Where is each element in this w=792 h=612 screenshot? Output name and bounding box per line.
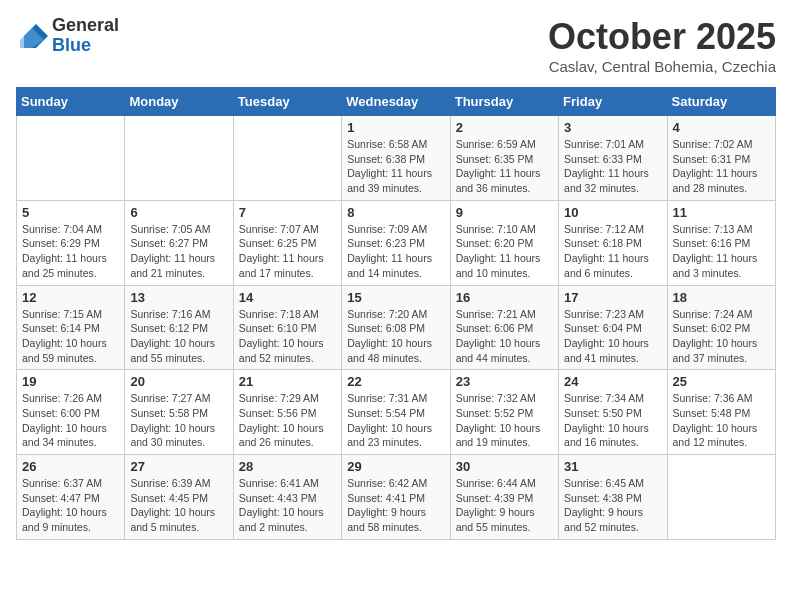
day-number: 16 (456, 290, 553, 305)
day-info: Sunrise: 7:36 AM Sunset: 5:48 PM Dayligh… (673, 391, 770, 450)
calendar-cell: 26Sunrise: 6:37 AM Sunset: 4:47 PM Dayli… (17, 455, 125, 540)
calendar-cell: 7Sunrise: 7:07 AM Sunset: 6:25 PM Daylig… (233, 200, 341, 285)
day-number: 27 (130, 459, 227, 474)
day-info: Sunrise: 7:26 AM Sunset: 6:00 PM Dayligh… (22, 391, 119, 450)
day-info: Sunrise: 7:04 AM Sunset: 6:29 PM Dayligh… (22, 222, 119, 281)
day-info: Sunrise: 6:39 AM Sunset: 4:45 PM Dayligh… (130, 476, 227, 535)
day-info: Sunrise: 7:09 AM Sunset: 6:23 PM Dayligh… (347, 222, 444, 281)
day-of-week-header: Monday (125, 88, 233, 116)
day-info: Sunrise: 7:18 AM Sunset: 6:10 PM Dayligh… (239, 307, 336, 366)
day-info: Sunrise: 7:23 AM Sunset: 6:04 PM Dayligh… (564, 307, 661, 366)
calendar-cell: 5Sunrise: 7:04 AM Sunset: 6:29 PM Daylig… (17, 200, 125, 285)
calendar-cell: 31Sunrise: 6:45 AM Sunset: 4:38 PM Dayli… (559, 455, 667, 540)
logo-blue-text: Blue (52, 36, 119, 56)
calendar-cell: 6Sunrise: 7:05 AM Sunset: 6:27 PM Daylig… (125, 200, 233, 285)
calendar-cell: 15Sunrise: 7:20 AM Sunset: 6:08 PM Dayli… (342, 285, 450, 370)
day-info: Sunrise: 7:05 AM Sunset: 6:27 PM Dayligh… (130, 222, 227, 281)
day-info: Sunrise: 6:58 AM Sunset: 6:38 PM Dayligh… (347, 137, 444, 196)
day-number: 4 (673, 120, 770, 135)
logo-icon (16, 20, 48, 52)
day-number: 11 (673, 205, 770, 220)
calendar-cell: 19Sunrise: 7:26 AM Sunset: 6:00 PM Dayli… (17, 370, 125, 455)
day-number: 28 (239, 459, 336, 474)
day-number: 12 (22, 290, 119, 305)
day-number: 18 (673, 290, 770, 305)
day-number: 2 (456, 120, 553, 135)
calendar-cell: 17Sunrise: 7:23 AM Sunset: 6:04 PM Dayli… (559, 285, 667, 370)
title-area: October 2025 Caslav, Central Bohemia, Cz… (548, 16, 776, 75)
week-row: 19Sunrise: 7:26 AM Sunset: 6:00 PM Dayli… (17, 370, 776, 455)
day-of-week-header: Thursday (450, 88, 558, 116)
day-info: Sunrise: 6:45 AM Sunset: 4:38 PM Dayligh… (564, 476, 661, 535)
page-header: General Blue October 2025 Caslav, Centra… (16, 16, 776, 75)
calendar-cell: 10Sunrise: 7:12 AM Sunset: 6:18 PM Dayli… (559, 200, 667, 285)
day-of-week-header: Saturday (667, 88, 775, 116)
day-info: Sunrise: 7:10 AM Sunset: 6:20 PM Dayligh… (456, 222, 553, 281)
day-number: 3 (564, 120, 661, 135)
calendar-cell (233, 116, 341, 201)
calendar-cell: 4Sunrise: 7:02 AM Sunset: 6:31 PM Daylig… (667, 116, 775, 201)
calendar-cell: 24Sunrise: 7:34 AM Sunset: 5:50 PM Dayli… (559, 370, 667, 455)
day-info: Sunrise: 7:16 AM Sunset: 6:12 PM Dayligh… (130, 307, 227, 366)
header-row: SundayMondayTuesdayWednesdayThursdayFrid… (17, 88, 776, 116)
calendar-cell: 18Sunrise: 7:24 AM Sunset: 6:02 PM Dayli… (667, 285, 775, 370)
calendar-cell (667, 455, 775, 540)
day-info: Sunrise: 7:21 AM Sunset: 6:06 PM Dayligh… (456, 307, 553, 366)
calendar-table: SundayMondayTuesdayWednesdayThursdayFrid… (16, 87, 776, 540)
day-number: 31 (564, 459, 661, 474)
calendar-cell: 25Sunrise: 7:36 AM Sunset: 5:48 PM Dayli… (667, 370, 775, 455)
day-of-week-header: Tuesday (233, 88, 341, 116)
calendar-cell: 14Sunrise: 7:18 AM Sunset: 6:10 PM Dayli… (233, 285, 341, 370)
day-info: Sunrise: 7:29 AM Sunset: 5:56 PM Dayligh… (239, 391, 336, 450)
day-info: Sunrise: 6:59 AM Sunset: 6:35 PM Dayligh… (456, 137, 553, 196)
day-info: Sunrise: 7:07 AM Sunset: 6:25 PM Dayligh… (239, 222, 336, 281)
day-number: 29 (347, 459, 444, 474)
day-number: 20 (130, 374, 227, 389)
day-number: 22 (347, 374, 444, 389)
week-row: 26Sunrise: 6:37 AM Sunset: 4:47 PM Dayli… (17, 455, 776, 540)
day-info: Sunrise: 7:31 AM Sunset: 5:54 PM Dayligh… (347, 391, 444, 450)
day-of-week-header: Wednesday (342, 88, 450, 116)
day-info: Sunrise: 7:15 AM Sunset: 6:14 PM Dayligh… (22, 307, 119, 366)
calendar-cell: 11Sunrise: 7:13 AM Sunset: 6:16 PM Dayli… (667, 200, 775, 285)
week-row: 1Sunrise: 6:58 AM Sunset: 6:38 PM Daylig… (17, 116, 776, 201)
calendar-cell: 20Sunrise: 7:27 AM Sunset: 5:58 PM Dayli… (125, 370, 233, 455)
calendar-cell: 8Sunrise: 7:09 AM Sunset: 6:23 PM Daylig… (342, 200, 450, 285)
day-number: 5 (22, 205, 119, 220)
calendar-cell: 9Sunrise: 7:10 AM Sunset: 6:20 PM Daylig… (450, 200, 558, 285)
day-of-week-header: Friday (559, 88, 667, 116)
calendar-cell: 22Sunrise: 7:31 AM Sunset: 5:54 PM Dayli… (342, 370, 450, 455)
logo-general-text: General (52, 16, 119, 36)
day-info: Sunrise: 7:34 AM Sunset: 5:50 PM Dayligh… (564, 391, 661, 450)
day-info: Sunrise: 7:13 AM Sunset: 6:16 PM Dayligh… (673, 222, 770, 281)
day-info: Sunrise: 6:37 AM Sunset: 4:47 PM Dayligh… (22, 476, 119, 535)
day-number: 19 (22, 374, 119, 389)
day-number: 8 (347, 205, 444, 220)
day-info: Sunrise: 7:32 AM Sunset: 5:52 PM Dayligh… (456, 391, 553, 450)
day-info: Sunrise: 7:27 AM Sunset: 5:58 PM Dayligh… (130, 391, 227, 450)
day-number: 23 (456, 374, 553, 389)
calendar-cell: 1Sunrise: 6:58 AM Sunset: 6:38 PM Daylig… (342, 116, 450, 201)
day-number: 10 (564, 205, 661, 220)
day-number: 14 (239, 290, 336, 305)
calendar-cell: 29Sunrise: 6:42 AM Sunset: 4:41 PM Dayli… (342, 455, 450, 540)
day-info: Sunrise: 6:44 AM Sunset: 4:39 PM Dayligh… (456, 476, 553, 535)
day-number: 13 (130, 290, 227, 305)
day-of-week-header: Sunday (17, 88, 125, 116)
day-number: 21 (239, 374, 336, 389)
day-number: 9 (456, 205, 553, 220)
week-row: 12Sunrise: 7:15 AM Sunset: 6:14 PM Dayli… (17, 285, 776, 370)
logo: General Blue (16, 16, 119, 56)
day-info: Sunrise: 7:01 AM Sunset: 6:33 PM Dayligh… (564, 137, 661, 196)
day-number: 25 (673, 374, 770, 389)
day-info: Sunrise: 7:12 AM Sunset: 6:18 PM Dayligh… (564, 222, 661, 281)
day-info: Sunrise: 6:42 AM Sunset: 4:41 PM Dayligh… (347, 476, 444, 535)
week-row: 5Sunrise: 7:04 AM Sunset: 6:29 PM Daylig… (17, 200, 776, 285)
day-number: 1 (347, 120, 444, 135)
day-info: Sunrise: 7:24 AM Sunset: 6:02 PM Dayligh… (673, 307, 770, 366)
calendar-cell: 28Sunrise: 6:41 AM Sunset: 4:43 PM Dayli… (233, 455, 341, 540)
day-number: 7 (239, 205, 336, 220)
day-number: 26 (22, 459, 119, 474)
day-number: 30 (456, 459, 553, 474)
calendar-cell: 16Sunrise: 7:21 AM Sunset: 6:06 PM Dayli… (450, 285, 558, 370)
